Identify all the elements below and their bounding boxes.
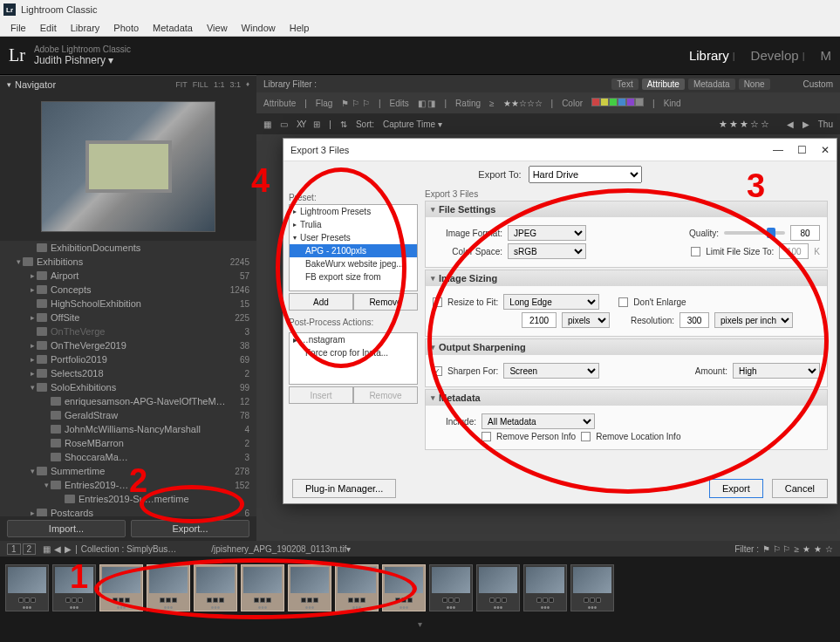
folder-row[interactable]: ExhibitionDocuments [0, 241, 256, 255]
module-library[interactable]: Library [689, 48, 729, 63]
output-sharpening-header[interactable]: Output Sharpening [426, 339, 827, 355]
sort-direction-icon[interactable]: ⇅ [340, 120, 347, 129]
preset-group[interactable]: User Presets [290, 231, 417, 244]
folder-row[interactable]: RoseMBarron2 [0, 436, 256, 450]
preset-list[interactable]: Lightroom PresetsTruliaUser PresetsAPG -… [289, 204, 418, 291]
nav-fill[interactable]: FILL [193, 80, 208, 89]
rating-ge[interactable]: ≥ [489, 99, 495, 108]
minimize-icon[interactable]: — [773, 144, 783, 156]
folder-row[interactable]: ▾Summertime278 [0, 464, 256, 478]
back-icon[interactable]: ◀ [54, 544, 61, 554]
grid-view-icon[interactable]: ▦ [263, 120, 271, 129]
film-tab-2[interactable]: 2 [23, 543, 37, 555]
menu-edit[interactable]: Edit [33, 21, 64, 35]
grid-icon[interactable]: ▦ [43, 544, 51, 554]
quality-slider[interactable] [724, 231, 785, 235]
user-name[interactable]: Judith Pishnery ▾ [34, 54, 131, 66]
close-icon[interactable]: ✕ [821, 144, 830, 156]
fwd-icon[interactable]: ▶ [65, 544, 72, 554]
folder-row[interactable]: enriquesamson-APG-NavelOfTheM…12 [0, 394, 256, 408]
filmstrip-collapse-icon[interactable]: ▾ [0, 619, 840, 637]
filter-metadata[interactable]: Metadata [688, 79, 735, 90]
color-space-select[interactable]: sRGB [508, 243, 586, 259]
ppa-list[interactable]: ▸ …nstagramForce crop for Insta... [289, 332, 418, 385]
include-select[interactable]: All Metadata [481, 413, 595, 429]
ppa-item[interactable]: ▸ …nstagram [290, 333, 417, 346]
export-button[interactable]: Export... [131, 520, 249, 537]
nav-1to1[interactable]: 1:1 [214, 80, 225, 89]
folder-row[interactable]: ▸Selects20182 [0, 366, 256, 380]
flag-icon[interactable]: ⚑ ⚐ ⚐ [341, 99, 370, 108]
thumbnail[interactable]: ••• [476, 564, 520, 611]
menu-view[interactable]: View [200, 21, 235, 35]
menu-file[interactable]: File [3, 21, 33, 35]
film-flag-icon[interactable]: ⚑ ⚐ ⚐ [762, 544, 791, 554]
menu-library[interactable]: Library [64, 21, 107, 35]
add-preset-button[interactable]: Add [289, 293, 353, 311]
film-tab-1[interactable]: 1 [7, 543, 21, 555]
import-button[interactable]: Import... [7, 520, 126, 537]
folder-row[interactable]: HighSchoolExhibition15 [0, 297, 256, 311]
resolution-input[interactable] [680, 312, 709, 328]
dont-enlarge-checkbox[interactable] [618, 297, 628, 307]
menubar[interactable]: File Edit Library Photo Metadata View Wi… [0, 19, 840, 37]
module-develop[interactable]: Develop [751, 48, 799, 63]
filter-none[interactable]: None [739, 79, 770, 90]
ppa-item[interactable]: Force crop for Insta... [290, 346, 417, 359]
sharpen-for-select[interactable]: Screen [503, 363, 599, 379]
remove-preset-button[interactable]: Remove [353, 293, 418, 311]
prev-icon[interactable]: ◀ [787, 120, 794, 129]
thumbnail[interactable]: ••• [523, 564, 567, 611]
folder-row[interactable]: Entries2019-Su…mertime [0, 492, 256, 506]
edits-icon[interactable]: ◧ ◨ [418, 99, 436, 108]
rating-stars[interactable]: ★★☆☆☆ [503, 99, 543, 108]
filter-attribute[interactable]: Attribute [642, 79, 685, 90]
remove-person-checkbox[interactable] [481, 432, 491, 441]
image-sizing-header[interactable]: Image Sizing [426, 270, 827, 286]
image-format-select[interactable]: JPEG [508, 225, 586, 241]
thumbnail[interactable]: ••• [5, 564, 49, 611]
plugin-manager-button[interactable]: Plug-in Manager... [292, 479, 396, 498]
maximize-icon[interactable]: ☐ [797, 144, 807, 156]
nav-fit[interactable]: FIT [175, 80, 188, 89]
thumbnail[interactable]: ••• [52, 564, 96, 611]
thumbnail[interactable]: ••• [99, 564, 143, 611]
sharpen-checkbox[interactable]: ✓ [433, 366, 442, 376]
loupe-view-icon[interactable]: ▭ [280, 120, 288, 129]
folder-row[interactable]: ▾Entries2019-…152 [0, 478, 256, 492]
thumbnail[interactable]: ••• [382, 564, 426, 611]
survey-icon[interactable]: ⊞ [313, 120, 320, 129]
export-confirm-button[interactable]: Export [709, 479, 763, 498]
size-unit-select[interactable]: pixels [562, 312, 610, 328]
folder-row[interactable]: ▾SoloExhibitions99 [0, 380, 256, 394]
thumbnail[interactable]: ••• [147, 564, 190, 611]
folder-row[interactable]: ▸OnTheVerge201938 [0, 338, 256, 352]
compare-icon[interactable]: XY [297, 120, 304, 129]
thumbnail[interactable]: ••• [194, 564, 237, 611]
folder-row[interactable]: ▾Exhibitions2245 [0, 255, 256, 269]
filter-custom[interactable]: Custom [803, 79, 833, 89]
metadata-header[interactable]: Metadata [426, 390, 827, 406]
menu-metadata[interactable]: Metadata [146, 21, 200, 35]
module-more[interactable]: M [821, 48, 832, 63]
preset-item[interactable]: FB export size from [290, 270, 417, 283]
cancel-button[interactable]: Cancel [772, 479, 828, 498]
folder-tree[interactable]: ExhibitionDocuments▾Exhibitions2245▸Airp… [0, 241, 256, 516]
preset-group[interactable]: Trulia [290, 218, 417, 231]
folder-row[interactable]: GeraldStraw78 [0, 408, 256, 422]
navigator-header[interactable]: ▾ Navigator FIT FILL 1:1 3:1 ♦ [0, 75, 256, 92]
size-input[interactable] [522, 312, 557, 328]
sort-value[interactable]: Capture Time ▾ [383, 120, 442, 129]
remove-location-checkbox[interactable] [581, 432, 591, 441]
filmstrip[interactable]: ••••••••••••••••••••••••••••••••••••••• [0, 557, 840, 619]
rating-widget[interactable]: ★★★☆☆ [719, 119, 769, 130]
thumbnail[interactable]: ••• [429, 564, 473, 611]
color-swatches[interactable] [591, 98, 644, 108]
navigator-preview[interactable] [0, 92, 256, 241]
thumbnail[interactable]: ••• [241, 564, 284, 611]
folder-row[interactable]: ▸Postcards6 [0, 506, 256, 516]
menu-help[interactable]: Help [283, 21, 317, 35]
play-icon[interactable]: ▶ [802, 120, 809, 129]
file-settings-header[interactable]: File Settings [426, 201, 827, 217]
folder-row[interactable]: OnTheVerge3 [0, 324, 256, 338]
